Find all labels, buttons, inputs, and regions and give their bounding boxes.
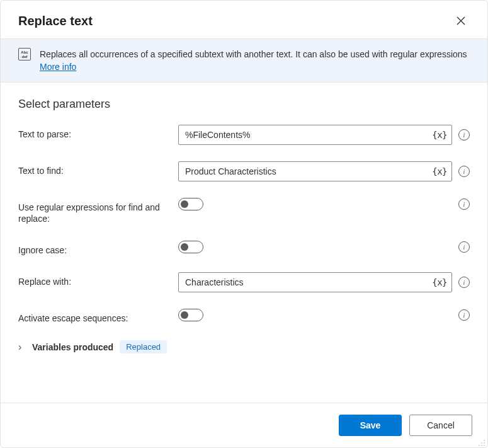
- abc-def-icon: Abc def: [18, 48, 31, 60]
- info-banner: Abc def Replaces all occurrences of a sp…: [1, 38, 487, 83]
- label-text-to-find: Text to find:: [18, 161, 171, 176]
- variables-produced-label: Variables produced: [32, 342, 113, 352]
- label-text-to-parse: Text to parse:: [18, 125, 171, 140]
- svg-point-2: [481, 442, 482, 444]
- field-text-to-find: Text to find: {x} i: [18, 161, 470, 181]
- input-text-to-find[interactable]: [178, 161, 452, 181]
- info-icon[interactable]: i: [458, 166, 470, 177]
- field-activate-escape: Activate escape sequences: i: [18, 309, 470, 324]
- cancel-button[interactable]: Cancel: [409, 415, 472, 436]
- more-info-link[interactable]: More info: [40, 62, 76, 72]
- info-icon[interactable]: i: [458, 129, 470, 141]
- dialog-body: Select parameters Text to parse: {x} i T…: [1, 83, 487, 403]
- info-icon[interactable]: i: [458, 309, 470, 321]
- variable-picker-icon[interactable]: {x}: [432, 277, 447, 287]
- variable-picker-icon[interactable]: {x}: [432, 166, 447, 176]
- close-button[interactable]: [452, 12, 470, 30]
- field-ignore-case: Ignore case: i: [18, 241, 470, 256]
- section-title: Select parameters: [18, 98, 470, 111]
- save-button[interactable]: Save: [339, 415, 402, 436]
- label-ignore-case: Ignore case:: [18, 241, 171, 256]
- variables-produced-row[interactable]: › Variables produced Replaced: [18, 340, 470, 353]
- toggle-activate-escape[interactable]: [178, 309, 203, 321]
- info-icon[interactable]: i: [458, 277, 470, 288]
- svg-point-3: [484, 445, 485, 446]
- field-use-regex: Use regular expressions for find and rep…: [18, 198, 470, 224]
- dialog-header: Replace text: [1, 1, 487, 38]
- dialog-title: Replace text: [18, 14, 93, 28]
- svg-point-4: [481, 445, 482, 446]
- svg-point-0: [484, 440, 485, 441]
- svg-point-5: [479, 445, 480, 446]
- variable-pill-replaced[interactable]: Replaced: [120, 340, 167, 353]
- chevron-right-icon: ›: [18, 342, 26, 353]
- variable-picker-icon[interactable]: {x}: [432, 130, 447, 140]
- toggle-ignore-case[interactable]: [178, 241, 203, 253]
- label-replace-with: Replace with:: [18, 272, 171, 287]
- input-replace-with[interactable]: [178, 272, 452, 292]
- label-activate-escape: Activate escape sequences:: [18, 309, 171, 324]
- field-replace-with: Replace with: {x} i: [18, 272, 470, 292]
- input-text-to-parse[interactable]: [178, 125, 452, 145]
- toggle-use-regex[interactable]: [178, 198, 203, 210]
- label-use-regex: Use regular expressions for find and rep…: [18, 198, 171, 224]
- close-icon: [457, 16, 465, 25]
- info-icon[interactable]: i: [458, 198, 470, 210]
- svg-point-1: [484, 442, 485, 444]
- resize-grip-icon[interactable]: [478, 438, 485, 445]
- banner-text: Replaces all occurrences of a specified …: [40, 48, 470, 73]
- dialog-footer: Save Cancel: [1, 403, 487, 447]
- replace-text-dialog: Replace text Abc def Replaces all occurr…: [0, 0, 488, 448]
- info-icon[interactable]: i: [458, 241, 470, 253]
- field-text-to-parse: Text to parse: {x} i: [18, 125, 470, 145]
